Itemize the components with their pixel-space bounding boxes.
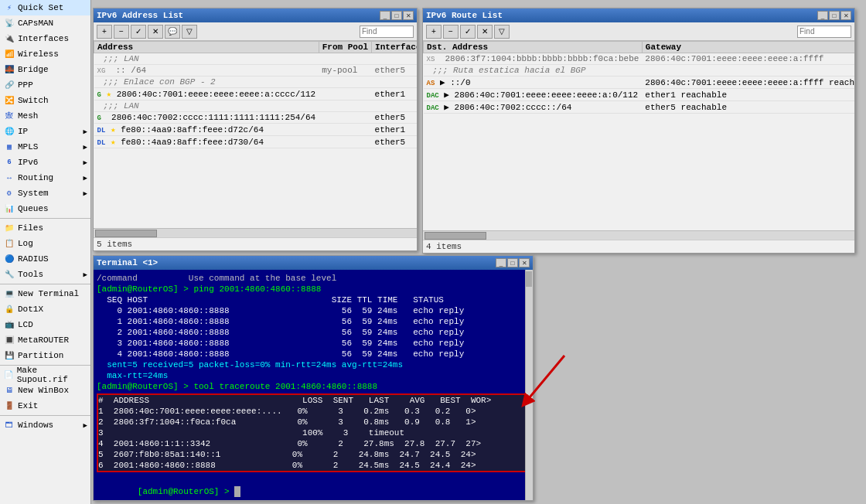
sidebar-item-partition[interactable]: 💾 Partition: [0, 348, 90, 363]
table-row[interactable]: DAC ▶ 2806:40c:7002:cccc::/64 ether5 rea…: [424, 101, 855, 114]
minimize-btn-route[interactable]: _: [817, 11, 828, 20]
comment-btn-addr[interactable]: 💬: [165, 25, 180, 39]
sidebar-item-switch[interactable]: 🔀 Switch: [0, 93, 90, 108]
sidebar-item-dot1x[interactable]: 🔒 Dot1X: [0, 301, 90, 317]
row-flag: G ★ 2806:40c:7001:eeee:eeee:eeee:a:cccc/…: [94, 88, 319, 100]
route-hscroll[interactable]: [423, 230, 854, 240]
sidebar-item-capsman[interactable]: 📡 CAPsMAN: [0, 15, 90, 31]
addr-hscroll[interactable]: [94, 228, 417, 237]
route-search-input[interactable]: [797, 26, 851, 38]
enable-btn-addr[interactable]: ✓: [131, 25, 146, 39]
remove-btn-route[interactable]: −: [443, 25, 459, 39]
maximize-btn-route[interactable]: □: [829, 11, 840, 20]
add-btn-addr[interactable]: +: [97, 25, 112, 39]
sidebar-item-ipv6[interactable]: 6 IPv6 ▶: [0, 155, 90, 170]
traceroute-row-4: 4 2001:4860:1:1::3342 0% 2 27.8ms 27.8 2…: [98, 438, 528, 449]
close-btn-addr[interactable]: ✕: [403, 11, 414, 20]
addr-col-address[interactable]: Address: [94, 42, 319, 53]
window-controls-term: _ □ ✕: [496, 258, 530, 267]
disable-btn-route[interactable]: ✕: [477, 25, 493, 39]
ipv6-address-list-titlebar: IPv6 Address List _ □ ✕: [94, 9, 417, 22]
sidebar-item-log[interactable]: 📋 Log: [0, 236, 90, 251]
sidebar-item-routing[interactable]: ↔ Routing ▶: [0, 170, 90, 186]
row-gateway: ether5 reachable: [642, 101, 854, 114]
ipv6-address-list-content: + − ✓ ✕ 💬 ▽ Address From Pool Interface: [94, 22, 417, 250]
sidebar-item-ppp[interactable]: 🔗 PPP: [0, 77, 90, 93]
interfaces-icon: 🔌: [3, 32, 15, 45]
table-row[interactable]: XG :: /64 my-pool ether5: [94, 65, 418, 77]
table-row[interactable]: DAC ▶ 2806:40c:7001:eeee:eeee:eeee:a:0/1…: [424, 89, 855, 101]
sidebar-item-metarouter[interactable]: 🔳 MetaROUTER: [0, 332, 90, 348]
sidebar-label-exit: Exit: [18, 401, 38, 410]
term-vscroll[interactable]: [525, 270, 533, 500]
route-status: 4 items: [423, 240, 854, 253]
sidebar-label-radius: RADIUS: [18, 254, 49, 264]
sidebar-label-capsman: CAPsMAN: [18, 19, 53, 28]
route-hscroll-thumb[interactable]: [424, 232, 486, 240]
addr-table-scroll[interactable]: Address From Pool Interface ;;; LAN XG :…: [94, 41, 417, 228]
sidebar-item-files[interactable]: 📁 Files: [0, 220, 90, 236]
table-row[interactable]: AS ▶ ::/0 2806:40c:7001:eeee:eeee:eeee:a…: [424, 77, 855, 89]
sidebar-item-lcd[interactable]: 📺 LCD: [0, 317, 90, 332]
terminal-output[interactable]: /command Use command at the base level […: [94, 270, 533, 500]
sidebar-item-quick-set[interactable]: ⚡ Quick Set: [0, 0, 90, 15]
add-btn-route[interactable]: +: [426, 25, 442, 39]
lcd-icon: 📺: [3, 318, 15, 331]
sidebar-item-mesh[interactable]: 🕸 Mesh: [0, 108, 90, 124]
traceroute-row-1: 1 2806:40c:7001:eeee:eeee:eeee:.... 0% 3…: [98, 406, 528, 417]
radius-icon: 🔵: [3, 253, 15, 265]
sidebar-item-make-supout[interactable]: 📄 Make Supout.rif: [0, 367, 90, 383]
sidebar-item-exit[interactable]: 🚪 Exit: [0, 398, 90, 414]
system-expand-icon: ▶: [84, 189, 87, 198]
table-row[interactable]: DL ★ fe80::4aa9:8aff:feee:d72c/64 ether1: [94, 124, 418, 136]
sidebar-item-system[interactable]: ⚙ System ▶: [0, 186, 90, 201]
switch-icon: 🔀: [3, 94, 15, 107]
row-gateway: 2806:40c:7001:eeee:eeee:eeee:a:ffff reac…: [642, 77, 854, 89]
sidebar-item-bridge[interactable]: 🌉 Bridge: [0, 62, 90, 77]
addr-col-interface[interactable]: Interface: [372, 42, 417, 53]
row-dst: DAC ▶ 2806:40c:7001:eeee:eeee:eeee:a:0/1…: [424, 89, 643, 101]
new-winbox-icon: 🖥: [3, 384, 15, 397]
sidebar-item-queues[interactable]: 📊 Queues: [0, 201, 90, 216]
maximize-btn-term[interactable]: □: [507, 258, 518, 267]
enable-btn-route[interactable]: ✓: [460, 25, 476, 39]
route-table-scroll[interactable]: Dst. Address Gateway XS 2806:3f7:1004:bb…: [423, 41, 854, 230]
addr-search-input[interactable]: [360, 26, 414, 38]
table-row[interactable]: DL ★ fe80::4aa9:8aff:feee:d730/64 ether5: [94, 136, 418, 148]
minimize-btn-addr[interactable]: _: [380, 11, 390, 20]
close-btn-route[interactable]: ✕: [840, 11, 851, 20]
sidebar-item-radius[interactable]: 🔵 RADIUS: [0, 251, 90, 267]
row-gateway: ether1 reachable: [642, 89, 854, 101]
ipv6-route-list-content: + − ✓ ✕ ▽ Dst. Address Gateway XS 2806:3…: [423, 22, 854, 253]
tools-icon: 🔧: [3, 268, 15, 281]
addr-col-from-pool[interactable]: From Pool: [319, 42, 371, 53]
route-col-dst[interactable]: Dst. Address: [424, 42, 643, 53]
ip-icon: 🌐: [3, 125, 15, 138]
sidebar-item-ip[interactable]: 🌐 IP ▶: [0, 124, 90, 139]
maximize-btn-addr[interactable]: □: [391, 11, 402, 20]
row-from-pool: my-pool: [319, 65, 371, 77]
sidebar-item-new-terminal[interactable]: 💻 New Terminal: [0, 286, 90, 301]
minimize-btn-term[interactable]: _: [496, 258, 506, 267]
filter-btn-route[interactable]: ▽: [494, 25, 510, 39]
remove-btn-addr[interactable]: −: [114, 25, 129, 39]
table-row[interactable]: XS 2806:3f7:1004:bbbb:bbbb:bbbb:f0ca:beb…: [424, 53, 855, 65]
row-gateway: 2806:40c:7001:eeee:eeee:eeee:a:ffff: [642, 53, 854, 65]
sidebar-item-wireless[interactable]: 📶 Wireless: [0, 46, 90, 62]
table-row[interactable]: G ★ 2806:40c:7001:eeee:eeee:eeee:a:cccc/…: [94, 88, 418, 100]
sidebar-item-interfaces[interactable]: 🔌 Interfaces: [0, 31, 90, 46]
sidebar-item-mpls[interactable]: ▦ MPLS ▶: [0, 139, 90, 155]
sidebar-item-new-winbox[interactable]: 🖥 New WinBox: [0, 383, 90, 398]
close-btn-term[interactable]: ✕: [519, 258, 530, 267]
sidebar-item-windows[interactable]: 🗔 Windows ▶: [0, 417, 90, 433]
disable-btn-addr[interactable]: ✕: [148, 25, 163, 39]
table-row[interactable]: G 2806:40c:7002:cccc:1111:1111:1111:254/…: [94, 112, 418, 124]
row-dst: DAC ▶ 2806:40c:7002:cccc::/64: [424, 101, 643, 114]
filter-btn-addr[interactable]: ▽: [182, 25, 197, 39]
route-col-gateway[interactable]: Gateway: [642, 42, 854, 53]
addr-hscroll-thumb[interactable]: [95, 230, 157, 237]
bridge-icon: 🌉: [3, 63, 15, 76]
sidebar-item-tools[interactable]: 🔧 Tools ▶: [0, 267, 90, 282]
quick-set-icon: ⚡: [3, 2, 15, 14]
term-vscroll-thumb[interactable]: [526, 271, 532, 287]
